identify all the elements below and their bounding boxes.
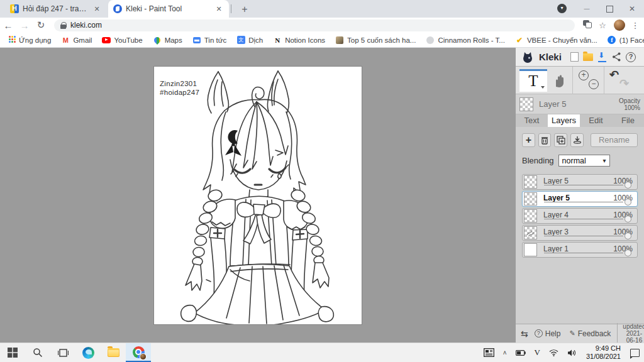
file-explorer-button[interactable]	[101, 343, 126, 362]
maps-pin-icon	[153, 36, 162, 45]
tab-edit[interactable]: Edit	[580, 114, 612, 127]
bookmark-facebook[interactable]: f (1) Facebook	[604, 34, 644, 47]
opacity-label: Opacity	[619, 97, 640, 104]
hoidap247-favicon: H	[10, 4, 19, 13]
text-tool-button[interactable]: T	[519, 69, 547, 92]
speaker-icon	[567, 349, 577, 357]
panel-tabs: Text Layers Edit File	[516, 114, 644, 127]
hand-tool-button[interactable]	[547, 73, 572, 88]
translate-icon[interactable]	[580, 20, 595, 30]
bookmark-star-icon[interactable]: ☆	[595, 21, 610, 30]
chrome-taskbar-button[interactable]	[126, 343, 151, 362]
layer-row[interactable]: Layer 1 100%	[522, 242, 638, 258]
bookmark-apps[interactable]: Ứng dụng	[5, 34, 55, 47]
youtube-icon	[102, 36, 111, 45]
profile-avatar[interactable]	[614, 19, 625, 31]
zoom-in-icon[interactable]	[579, 70, 589, 80]
rename-layer-button[interactable]: Rename	[591, 133, 638, 147]
translate-badge-icon: 文	[236, 36, 245, 45]
url-text: kleki.com	[70, 21, 102, 30]
maximize-button[interactable]	[599, 0, 620, 18]
share-icon[interactable]	[612, 52, 621, 62]
wifi-indicator[interactable]	[545, 343, 563, 362]
redo-icon[interactable]	[619, 77, 629, 90]
reload-button[interactable]: ↻	[33, 19, 49, 31]
edge-taskbar-button[interactable]	[75, 343, 101, 362]
opacity-slider-knob[interactable]	[625, 250, 631, 256]
forward-button[interactable]: →	[16, 20, 33, 31]
merge-layer-button[interactable]	[570, 133, 584, 147]
bookmark-translate[interactable]: 文 Dịch	[233, 34, 267, 47]
help-icon[interactable]	[626, 52, 636, 62]
swap-panel-side-icon[interactable]	[521, 329, 528, 339]
tab-hoidap247[interactable]: H Hỏi đáp 247 - trang tra loi	[5, 0, 107, 18]
bookmark-youtube[interactable]: YouTube	[98, 34, 146, 47]
blending-label: Blending	[522, 156, 554, 165]
tab-kleki[interactable]: Kleki - Paint Tool	[108, 0, 229, 18]
merge-down-icon	[573, 136, 582, 145]
opacity-slider-track	[544, 202, 623, 203]
blending-select[interactable]: normal	[558, 155, 610, 167]
kleki-workspace[interactable]: Zinzin2301 #hoidap247	[0, 48, 516, 343]
bookmark-cinnamon-rolls[interactable]: Cinnamon Rolls - T...	[422, 34, 509, 47]
taskbar-search-button[interactable]	[25, 343, 50, 362]
help-button[interactable]: Help	[532, 329, 564, 338]
open-file-icon[interactable]	[583, 53, 593, 61]
drawing-canvas[interactable]	[154, 67, 362, 324]
bookmarks-bar: Ứng dụng M Gmail YouTube Maps Tin tức 文 …	[0, 33, 644, 48]
bookmark-label: Tin tức	[204, 36, 226, 44]
zoom-out-icon[interactable]	[589, 79, 599, 89]
windows-taskbar: V 9:49 CH 31/08/2021	[0, 343, 644, 362]
tab-search-button[interactable]	[557, 4, 567, 13]
bookmark-maps[interactable]: Maps	[149, 34, 186, 47]
browser-menu-icon[interactable]	[629, 21, 641, 30]
opacity-slider-knob[interactable]	[625, 199, 631, 206]
opacity-slider-knob[interactable]	[625, 182, 631, 189]
bookmark-gmail[interactable]: M Gmail	[57, 34, 96, 47]
task-view-button[interactable]	[50, 343, 75, 362]
bookmark-notion[interactable]: N Notion Icons	[269, 34, 329, 47]
layer-row[interactable]: Layer 3 100%	[522, 225, 638, 241]
duplicate-layer-button[interactable]	[554, 133, 567, 147]
start-button[interactable]	[0, 343, 25, 362]
unikey-indicator[interactable]: V	[530, 343, 545, 362]
new-tab-button[interactable]	[238, 3, 252, 16]
tab-layers[interactable]: Layers	[548, 114, 580, 127]
save-download-icon[interactable]	[598, 52, 607, 62]
battery-indicator[interactable]	[511, 343, 530, 362]
layer-row-selected[interactable]: Layer 5 100%	[522, 191, 638, 207]
layer-row[interactable]: Layer 5 100%	[522, 174, 638, 190]
address-bar[interactable]: kleki.com	[54, 19, 575, 31]
close-window-button[interactable]	[621, 0, 643, 18]
bookmark-news[interactable]: Tin tức	[189, 34, 230, 47]
taskbar-clock[interactable]: 9:49 CH 31/08/2021	[581, 344, 626, 361]
tab-file[interactable]: File	[612, 114, 644, 127]
opacity-slider-knob[interactable]	[625, 233, 631, 239]
close-tab-icon[interactable]	[214, 4, 224, 14]
undo-icon[interactable]	[609, 68, 619, 82]
back-button[interactable]: ←	[0, 20, 16, 31]
current-layer-bar[interactable]: Layer 5 Opacity 100%	[516, 94, 644, 114]
tab-text[interactable]: Text	[516, 114, 548, 127]
updated-date: 2021-06-16	[623, 330, 644, 344]
add-layer-button[interactable]	[522, 133, 535, 147]
feedback-button[interactable]: Feedback	[567, 329, 613, 338]
new-image-icon[interactable]	[570, 52, 579, 62]
opacity-slider-knob[interactable]	[625, 216, 631, 222]
volume-indicator[interactable]	[563, 343, 581, 362]
bookmark-top5-books[interactable]: Top 5 cuốn sách ha...	[331, 34, 419, 47]
kleki-logo-icon	[521, 51, 534, 63]
news-widget-button[interactable]	[479, 343, 499, 362]
opacity-value: 100%	[619, 104, 640, 111]
minimize-button[interactable]	[576, 0, 597, 18]
clock-time: 9:49 CH	[586, 344, 621, 353]
close-tab-icon[interactable]	[92, 4, 102, 14]
feedback-label: Feedback	[578, 329, 611, 338]
bookmark-vbee[interactable]: ✔ VBEE - Chuyển văn...	[511, 34, 601, 47]
browser-toolbar: ← → ↻ kleki.com ☆	[0, 18, 644, 33]
action-center-icon	[630, 349, 640, 357]
layer-row[interactable]: Layer 4 100%	[522, 208, 638, 224]
action-center-button[interactable]	[626, 343, 644, 362]
delete-layer-button[interactable]	[538, 133, 552, 147]
tray-overflow-chevron[interactable]	[499, 343, 511, 362]
